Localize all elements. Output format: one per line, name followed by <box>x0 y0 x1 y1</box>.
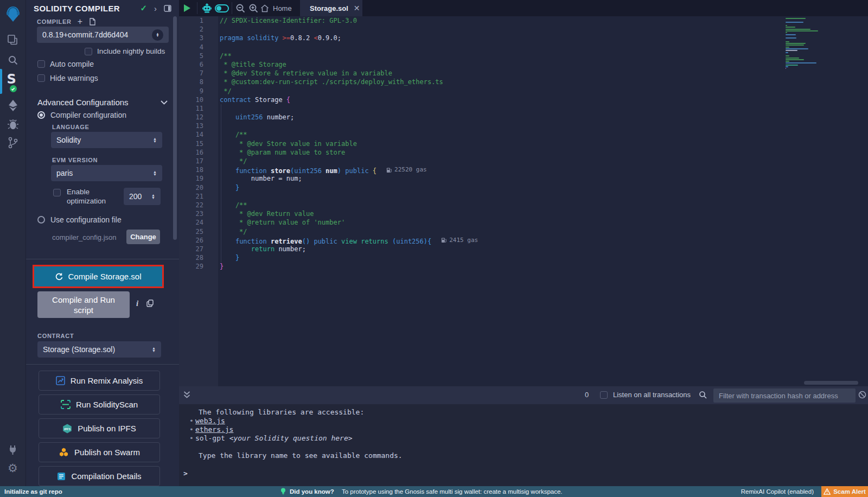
panel-scrollbar[interactable] <box>173 16 177 240</box>
expand-terminal-icon[interactable] <box>183 391 190 399</box>
evm-version-select[interactable]: paris ▲▼ <box>51 165 162 181</box>
compile-button[interactable]: Compile Storage.sol <box>34 266 162 286</box>
transaction-filter-input[interactable] <box>713 388 856 403</box>
minimap[interactable] <box>786 18 835 70</box>
code-line[interactable]: 19 number = num; <box>179 174 868 183</box>
plugin-manager-icon[interactable] <box>0 443 25 457</box>
line-number: 4 <box>179 43 203 52</box>
annotation-highlight-box: Compile Storage.sol <box>33 265 164 288</box>
info-icon[interactable]: i <box>136 299 138 308</box>
scam-alert-button[interactable]: Scam Alert <box>821 486 868 497</box>
code-line[interactable]: 21 <box>179 192 868 201</box>
line-number: 20 <box>179 183 203 192</box>
code-line[interactable]: 1// SPDX-License-Identifier: GPL-3.0 <box>179 16 868 25</box>
code-line[interactable]: 25 */ <box>179 227 868 236</box>
code-line[interactable]: 8 * @custom:dev-run-script ./scripts/dep… <box>179 78 868 86</box>
config-filename: compiler_config.json <box>52 233 117 241</box>
listen-transactions-checkbox[interactable] <box>600 391 608 399</box>
code-line[interactable]: 27 return number; <box>179 245 868 253</box>
ai-copilot-icon[interactable] <box>201 0 213 16</box>
code-line[interactable]: 20 } <box>179 183 868 192</box>
code-line[interactable]: 29} <box>179 262 868 271</box>
toggle-on-icon <box>215 4 229 12</box>
run-script-button[interactable] <box>184 0 190 16</box>
run-remix-analysis-button[interactable]: Run Remix Analysis <box>39 371 160 391</box>
code-line[interactable]: 24 * @return value of 'number' <box>179 218 868 227</box>
code-line[interactable]: 5/** <box>179 52 868 60</box>
pin-panel-icon[interactable] <box>164 5 171 12</box>
compiler-configuration-radio[interactable] <box>37 111 45 119</box>
terminal-search-icon[interactable] <box>699 391 707 399</box>
code-line[interactable]: 14 /** <box>179 130 868 139</box>
code-line[interactable]: 17 */ <box>179 157 868 165</box>
collapse-panel-icon[interactable]: › <box>154 4 157 13</box>
clear-terminal-icon[interactable] <box>858 391 866 399</box>
settings-icon[interactable]: ⚙ <box>0 461 25 475</box>
version-select-toggle-icon: ▲▼ <box>152 29 163 41</box>
compile-and-run-button[interactable]: Compile and Run script <box>37 291 130 318</box>
code-line[interactable]: 4 <box>179 43 868 52</box>
compilation-details-button[interactable]: Compilation Details <box>39 466 160 486</box>
auto-compile-checkbox[interactable] <box>37 60 45 68</box>
publish-on-swarm-button[interactable]: Publish on Swarm <box>39 442 160 462</box>
optimization-runs-input[interactable]: 200 ▲▼ <box>124 188 161 205</box>
copy-icon[interactable] <box>146 300 154 307</box>
code-line[interactable]: 12 uint256 number; <box>179 113 868 122</box>
git-icon[interactable] <box>0 136 25 150</box>
code-line[interactable]: 26 function retrieve() public view retur… <box>179 236 868 245</box>
copilot-toggle[interactable] <box>215 0 229 16</box>
tab-storage-sol[interactable]: Storage.sol ✕ <box>300 0 362 16</box>
divider <box>26 364 179 365</box>
run-solidityscan-button[interactable]: Run SolidityScan <box>39 394 160 415</box>
solgpt-line: sol-gpt <your Solidity question here> <box>195 434 353 442</box>
remix-logo-icon[interactable] <box>0 4 25 23</box>
open-file-icon[interactable] <box>88 18 95 26</box>
advanced-configurations-header[interactable]: Advanced Configurations <box>37 98 168 107</box>
compiler-version-select[interactable]: 0.8.19+commit.7dd6d404 ▲▼ <box>37 27 169 43</box>
code-line[interactable]: 16 * @param num value to store <box>179 148 868 157</box>
debugger-icon[interactable] <box>0 117 25 131</box>
code-line[interactable]: 23 * @dev Return value <box>179 209 868 218</box>
code-line[interactable]: 28 } <box>179 253 868 262</box>
code-line[interactable]: 3pragma solidity >=0.8.2 <0.9.0; <box>179 34 868 42</box>
action-label: Publish on IPFS <box>78 424 136 433</box>
file-explorer-icon[interactable] <box>0 33 25 47</box>
code-line[interactable]: 18 function store(uint256 num) public {2… <box>179 165 868 174</box>
code-line[interactable]: 22 /** <box>179 201 868 209</box>
code-line[interactable]: 9 */ <box>179 87 868 95</box>
zoom-in-icon[interactable] <box>248 0 259 16</box>
add-compiler-icon[interactable]: + <box>78 18 82 25</box>
search-icon[interactable] <box>0 53 25 67</box>
enable-optimization-checkbox[interactable] <box>53 189 61 196</box>
code-line[interactable]: 7 * @dev Store & retrieve value in a var… <box>179 69 868 78</box>
code-line[interactable]: 2 <box>179 25 868 34</box>
zoom-out-icon[interactable] <box>235 0 246 16</box>
solidity-compiler-icon[interactable]: S <box>0 72 25 91</box>
web3-link[interactable]: web3.js <box>195 417 225 425</box>
hide-warnings-checkbox[interactable] <box>37 74 45 82</box>
publish-on-ipfs-button[interactable]: IPFS Publish on IPFS <box>39 418 160 438</box>
code-line[interactable]: 15 * @dev Store value in variable <box>179 139 868 148</box>
terminal-output[interactable]: The following libraries are accessible: … <box>179 404 868 486</box>
contract-select[interactable]: Storage (Storage.sol) ▲▼ <box>37 341 161 358</box>
close-tab-icon[interactable]: ✕ <box>354 4 360 12</box>
warning-icon <box>824 488 831 495</box>
code-line[interactable]: 10contract Storage { <box>179 95 868 104</box>
ethers-link[interactable]: ethers.js <box>195 425 233 434</box>
code-line[interactable]: 11 <box>179 104 868 113</box>
solidity-compiler-panel: SOLIDITY COMPILER ✓ › COMPILER + 0.8.19+… <box>25 0 179 486</box>
code-line[interactable]: 13 <box>179 122 868 130</box>
git-init-status[interactable]: Initialize as git repo <box>4 486 62 497</box>
line-number: 15 <box>179 139 203 148</box>
code-line[interactable]: 6 * @title Storage <box>179 60 868 69</box>
home-tab[interactable]: Home <box>260 0 292 16</box>
code-editor[interactable]: 1// SPDX-License-Identifier: GPL-3.023pr… <box>179 16 868 386</box>
panel-header: SOLIDITY COMPILER ✓ › <box>26 0 179 16</box>
deploy-run-icon[interactable] <box>0 99 25 113</box>
horizontal-scrollbar[interactable] <box>804 381 858 385</box>
use-config-file-radio[interactable] <box>37 216 45 224</box>
language-select[interactable]: Solidity ▲▼ <box>51 132 162 148</box>
change-config-button[interactable]: Change <box>126 230 160 244</box>
terminal-prompt[interactable]: > <box>183 469 188 477</box>
include-nightly-checkbox[interactable] <box>85 48 92 55</box>
